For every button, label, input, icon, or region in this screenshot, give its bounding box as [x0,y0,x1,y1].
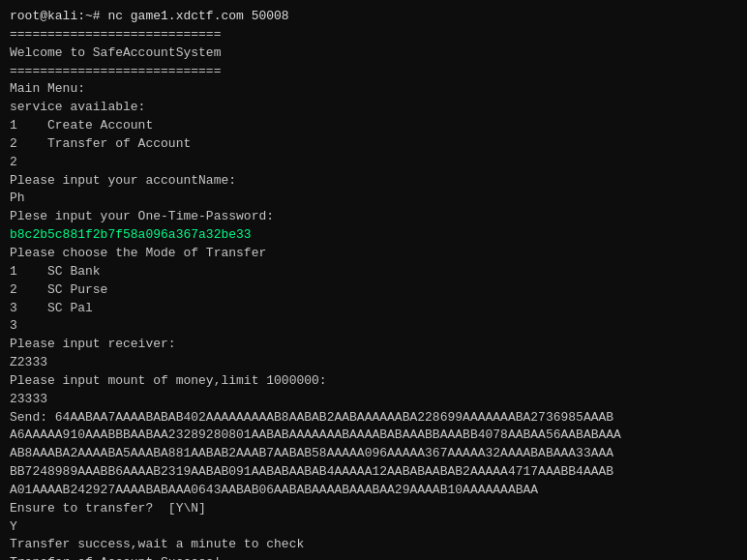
terminal-window: root@kali:~# nc game1.xdctf.com 50008 ==… [0,0,747,560]
send-line-5: A01AAAAB242927AAAABABAAA0643AABAB06AABAB… [10,482,737,500]
main-menu-label: Main Menu: [10,80,737,99]
transfer-mode-prompt: Please choose the Mode of Transfer [10,245,737,263]
otp-prompt: Plese input your One-Time-Password: [10,208,737,226]
prompt-line: root@kali:~# nc game1.xdctf.com 50008 [10,8,737,26]
mode-3: 3 SC Pal [10,300,737,318]
transfer-success: Transfer of Account Success! [10,554,737,560]
send-line-1: Send: 64AABAA7AAAABABAB402AAAAAAAAAB8AAB… [10,409,737,427]
send-line-3: AB8AAABA2AAAABA5AAABA881AABAB2AAAB7AABAB… [10,445,737,463]
send-line-2: A6AAAAA910AAABBBAABAA23289280801AABABAAA… [10,427,737,445]
terminal-content: root@kali:~# nc game1.xdctf.com 50008 ==… [10,8,737,560]
receiver-prompt: Please input receiver: [10,336,737,354]
separator-line-2: ============================ [10,63,737,81]
mode-input: 3 [10,317,737,336]
receiver-value: Z2333 [10,354,737,372]
menu-item-2: 2 Transfer of Account [10,135,737,154]
account-name-value: Ph [10,190,737,208]
ensure-prompt: Ensure to transfer? [Y\N] [10,500,737,518]
service-label: service available: [10,99,737,117]
transfer-wait: Transfer success,wait a minute to check [10,536,737,554]
ensure-value: Y [10,518,737,537]
send-line-4: BB7248989AAABB6AAAAB2319AABAB091AABABAAB… [10,463,737,482]
mode-1: 1 SC Bank [10,263,737,281]
menu-item-1: 1 Create Account [10,117,737,135]
amount-prompt: Please input mount of money,limit 100000… [10,372,737,391]
welcome-line: Welcome to SafeAccountSystem [10,44,737,63]
input-2: 2 [10,154,737,172]
separator-line: ============================ [10,26,737,44]
amount-value: 23333 [10,391,737,409]
account-name-prompt: Please input your accountName: [10,172,737,191]
mode-2: 2 SC Purse [10,281,737,300]
otp-value: b8c2b5c881f2b7f58a096a367a32be33 [10,226,737,245]
